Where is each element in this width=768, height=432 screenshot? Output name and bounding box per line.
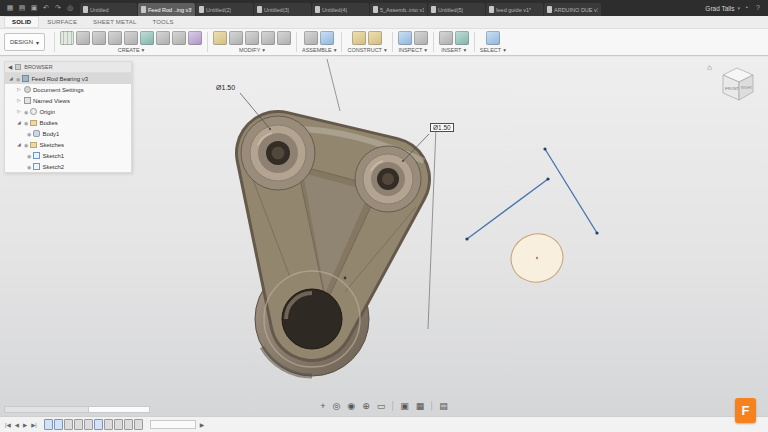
part-model[interactable]	[241, 116, 424, 376]
dimension-label[interactable]: Ø1.50	[216, 84, 235, 91]
document-tab[interactable]: feed guide v1*	[486, 3, 543, 16]
search-icon[interactable]: ◎	[64, 0, 76, 16]
look-at-icon[interactable]: ◉	[347, 401, 355, 411]
inspect-group-label[interactable]: INSPECT ▾	[398, 47, 428, 53]
play-icon[interactable]: ▶	[22, 422, 28, 428]
select-group-label[interactable]: SELECT ▾	[480, 47, 506, 53]
workspace-selector[interactable]: DESIGN ▾	[4, 33, 45, 51]
expand-caret-icon[interactable]: ◢	[16, 120, 22, 125]
select-icon[interactable]	[486, 31, 500, 45]
browser-item-sketch1[interactable]: ◉ Sketch1	[5, 150, 131, 161]
insert-mesh-icon[interactable]	[439, 31, 453, 45]
user-name[interactable]: Grad Talls	[705, 5, 734, 12]
tab-tools[interactable]: TOOLS	[144, 16, 181, 28]
hole-icon[interactable]	[140, 31, 154, 45]
box-icon[interactable]	[172, 31, 186, 45]
document-tab[interactable]: ARDUINO DUE v1*	[544, 3, 601, 16]
construct-group-label[interactable]: CONSTRUCT ▾	[347, 47, 386, 53]
thread-icon[interactable]	[156, 31, 170, 45]
timeline-feature-icon[interactable]	[114, 419, 123, 430]
orbit-icon[interactable]: ◎	[332, 401, 340, 411]
document-tab[interactable]: Untitled(3)	[254, 3, 311, 16]
new-sketch-icon[interactable]	[60, 31, 74, 45]
document-tab-active[interactable]: Feed Rod ..ing v3*	[138, 3, 195, 16]
loft-icon[interactable]	[124, 31, 138, 45]
save-icon[interactable]: ▣	[28, 0, 40, 16]
collapse-arrow-icon[interactable]: ◀	[8, 64, 12, 70]
timeline-feature-icon[interactable]	[84, 419, 93, 430]
timeline-scrollbar-thumb[interactable]	[5, 407, 89, 412]
timeline-end-arrow-icon[interactable]: ▶	[200, 421, 205, 428]
offset-face-icon[interactable]	[277, 31, 291, 45]
timeline-scroll-area[interactable]	[150, 420, 196, 429]
browser-item-document-settings[interactable]: ▷ Document Settings	[5, 84, 131, 95]
tab-surface[interactable]: SURFACE	[39, 16, 85, 28]
expand-caret-icon[interactable]: ▷	[16, 98, 22, 103]
undo-icon[interactable]: ↶	[40, 0, 52, 16]
dimension-label-selected[interactable]: Ø1.50	[430, 123, 454, 132]
visibility-icon[interactable]: ◉	[27, 164, 31, 170]
data-panel-icon[interactable]: ▤	[16, 0, 28, 16]
insert-group-label[interactable]: INSERT ▾	[439, 47, 469, 53]
document-tab[interactable]: Untitled(4)	[312, 3, 369, 16]
visibility-icon[interactable]: ◉	[27, 153, 31, 159]
timeline-feature-icon[interactable]	[54, 419, 63, 430]
display-settings-icon[interactable]: ▣	[400, 401, 409, 411]
modeling-canvas[interactable]: ◀ BROWSER ◢ ◉ Feed Rod Bearing v3 ▷ Docu…	[0, 57, 768, 416]
browser-item-named-views[interactable]: ▷ Named Views	[5, 95, 131, 106]
joint-icon[interactable]	[320, 31, 334, 45]
measure-icon[interactable]	[398, 31, 412, 45]
go-to-end-icon[interactable]: ▶|	[30, 422, 38, 428]
visibility-icon[interactable]: ◉	[16, 76, 20, 82]
revolve-icon[interactable]	[92, 31, 106, 45]
timeline-feature-icon[interactable]	[94, 419, 103, 430]
browser-item-root-component[interactable]: ◢ ◉ Feed Rod Bearing v3	[5, 73, 131, 84]
offset-plane-icon[interactable]	[368, 31, 382, 45]
timeline-feature-icon[interactable]	[134, 419, 143, 430]
document-tab[interactable]: Untitled(5)	[428, 3, 485, 16]
construction-plane-icon[interactable]	[352, 31, 366, 45]
go-to-start-icon[interactable]: |◀	[4, 422, 12, 428]
decal-icon[interactable]	[455, 31, 469, 45]
home-view-icon[interactable]: ⌂	[707, 63, 712, 72]
create-group-label[interactable]: CREATE ▾	[60, 47, 202, 53]
view-cube[interactable]: ⌂ FRONT RIGHT	[707, 62, 763, 108]
create-form-icon[interactable]	[188, 31, 202, 45]
browser-item-origin[interactable]: ▷ ◉ Origin	[5, 106, 131, 117]
grid-settings-icon[interactable]: ▦	[416, 401, 425, 411]
browser-item-body1[interactable]: ◉ Body1	[5, 128, 131, 139]
shell-icon[interactable]	[245, 31, 259, 45]
timeline-scrollbar[interactable]	[4, 406, 150, 413]
tab-sheet-metal[interactable]: SHEET METAL	[85, 16, 144, 28]
expand-caret-icon[interactable]: ◢	[16, 142, 22, 147]
app-menu-icon[interactable]: ▦	[4, 0, 16, 16]
sketch-geometry[interactable]	[465, 147, 598, 287]
browser-header[interactable]: ◀ BROWSER	[5, 62, 131, 73]
visibility-icon[interactable]: ◉	[27, 131, 31, 137]
modify-group-label[interactable]: MODIFY ▾	[213, 47, 291, 53]
expand-caret-icon[interactable]: ▷	[16, 87, 22, 92]
step-back-icon[interactable]: ◀	[14, 422, 20, 428]
fillet-icon[interactable]	[229, 31, 243, 45]
new-component-icon[interactable]	[304, 31, 318, 45]
press-pull-icon[interactable]	[213, 31, 227, 45]
section-analysis-icon[interactable]	[414, 31, 428, 45]
browser-item-bodies[interactable]: ◢ ◉ Bodies	[5, 117, 131, 128]
redo-icon[interactable]: ↷	[52, 0, 64, 16]
fit-icon[interactable]: ▭	[377, 401, 386, 411]
sweep-icon[interactable]	[108, 31, 122, 45]
timeline-feature-icon[interactable]	[74, 419, 83, 430]
document-tab[interactable]: Untitled(2)	[196, 3, 253, 16]
extrude-icon[interactable]	[76, 31, 90, 45]
timeline-feature-icon[interactable]	[104, 419, 113, 430]
timeline-feature-icon[interactable]	[64, 419, 73, 430]
expand-caret-icon[interactable]: ◢	[8, 76, 14, 81]
browser-item-sketch2[interactable]: ◉ Sketch2	[5, 161, 131, 172]
browser-item-sketches[interactable]: ◢ ◉ Sketches	[5, 139, 131, 150]
timeline-feature-icon[interactable]	[44, 419, 53, 430]
visibility-icon[interactable]: ◉	[24, 109, 28, 115]
timeline-feature-icon[interactable]	[124, 419, 133, 430]
notifications-icon[interactable]: ◔	[740, 0, 752, 16]
combine-icon[interactable]	[261, 31, 275, 45]
document-tab[interactable]: Untitled	[80, 3, 137, 16]
